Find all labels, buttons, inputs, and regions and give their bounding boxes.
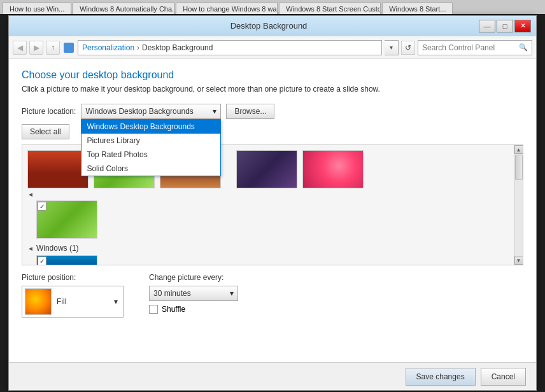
thumbnail-checkbox-green[interactable]: ✓ bbox=[38, 202, 46, 211]
shuffle-checkbox[interactable] bbox=[149, 305, 158, 314]
page-subtext: Click a picture to make it your desktop … bbox=[22, 85, 523, 94]
save-changes-button[interactable]: Save changes bbox=[406, 368, 476, 386]
change-picture-label: Change picture every: bbox=[149, 273, 238, 282]
category-name-2: Windows (1) bbox=[36, 244, 79, 253]
category-header-2: ◄ Windows (1) bbox=[27, 244, 510, 253]
change-picture-dropdown[interactable]: 30 minutes ▾ bbox=[149, 286, 238, 301]
close-button[interactable]: ✕ bbox=[514, 20, 531, 32]
address-bar: ◀ ▶ ↑ Personalization › Desktop Backgrou… bbox=[9, 36, 536, 59]
back-button[interactable]: ◀ bbox=[13, 41, 27, 55]
location-dropdown[interactable]: Windows Desktop Backgrounds ▾ bbox=[81, 104, 221, 119]
title-bar: Desktop Background — □ ✕ bbox=[9, 16, 536, 36]
thumbnail-checked-green[interactable]: ✓ bbox=[36, 200, 97, 239]
dropdown-item-top-rated[interactable]: Top Rated Photos bbox=[81, 148, 220, 162]
browse-button[interactable]: Browse... bbox=[226, 104, 274, 119]
select-all-button[interactable]: Select all bbox=[22, 124, 69, 139]
forward-button[interactable]: ▶ bbox=[29, 41, 43, 55]
breadcrumb-desktop-bg: Desktop Background bbox=[142, 43, 213, 52]
browser-tab-3[interactable]: How to change Windows 8 wall... bbox=[176, 3, 278, 14]
browser-tab-5[interactable]: Windows 8 Start... bbox=[382, 3, 453, 14]
location-selected-value: Windows Desktop Backgrounds bbox=[85, 107, 193, 116]
browser-tabs-bar: How to use Win... Windows 8 Automaticall… bbox=[0, 0, 545, 14]
change-picture-value: 30 minutes bbox=[153, 289, 191, 298]
position-dropdown[interactable]: Fill ▾ bbox=[54, 297, 120, 306]
location-dropdown-wrapper: Windows Desktop Backgrounds ▾ Windows De… bbox=[81, 104, 221, 119]
thumbnail-windows-blue[interactable]: ✓ bbox=[36, 255, 97, 265]
up-button[interactable]: ↑ bbox=[46, 41, 60, 55]
desktop-background-window: Desktop Background — □ ✕ ◀ ▶ ↑ Personali… bbox=[8, 15, 537, 391]
browser-tab-1[interactable]: How to use Win... bbox=[3, 3, 71, 14]
checked-thumbnail-row: ✓ bbox=[27, 200, 510, 239]
scrollbar-up-button[interactable]: ▲ bbox=[514, 145, 523, 154]
position-dropdown-arrow: ▾ bbox=[114, 297, 118, 306]
picture-position-section: Picture position: Fill ▾ bbox=[22, 273, 124, 318]
location-dropdown-menu: Windows Desktop Backgrounds Pictures Lib… bbox=[81, 119, 221, 176]
dropdown-item-solid-colors[interactable]: Solid Colors bbox=[81, 162, 220, 176]
window-title: Desktop Background bbox=[59, 21, 479, 31]
shuffle-label: Shuffle bbox=[162, 305, 185, 314]
refresh-button[interactable]: ↺ bbox=[401, 41, 415, 55]
scrollbar-track[interactable] bbox=[514, 154, 523, 256]
dropdown-item-windows-desktop[interactable]: Windows Desktop Backgrounds bbox=[81, 120, 220, 134]
thumbnail-checkbox-blue[interactable]: ✓ bbox=[38, 256, 46, 265]
breadcrumb-personalization: Personalization bbox=[82, 43, 134, 52]
thumbnail-img-4 bbox=[236, 150, 297, 188]
bottom-section: Picture position: Fill ▾ Change picture … bbox=[22, 273, 523, 318]
location-icon bbox=[64, 43, 74, 53]
picture-location-label: Picture location: bbox=[22, 107, 76, 116]
thumbnail-item-5[interactable] bbox=[302, 150, 364, 188]
thumbnail-scrollbar: ▲ ▼ bbox=[514, 145, 523, 265]
cancel-button[interactable]: Cancel bbox=[481, 368, 526, 386]
position-thumbnail bbox=[25, 288, 52, 315]
change-picture-section: Change picture every: 30 minutes ▾ Shuff… bbox=[149, 273, 238, 314]
windows-thumbnail-row: ✓ bbox=[27, 255, 510, 265]
maximize-button[interactable]: □ bbox=[497, 20, 513, 32]
scrollbar-down-button[interactable]: ▼ bbox=[514, 256, 523, 265]
address-field[interactable]: Personalization › Desktop Background bbox=[78, 40, 382, 55]
dropdown-item-pictures-library[interactable]: Pictures Library bbox=[81, 134, 220, 148]
location-dropdown-arrow: ▾ bbox=[213, 107, 216, 116]
category-arrow-2: ◄ bbox=[27, 245, 34, 252]
scrollbar-thumb[interactable] bbox=[515, 155, 523, 180]
page-heading: Choose your desktop background bbox=[22, 69, 523, 81]
title-bar-controls: — □ ✕ bbox=[479, 20, 531, 32]
content-area: Choose your desktop background Click a p… bbox=[9, 59, 536, 362]
browser-tab-4[interactable]: Windows 8 Start Screen Custo... bbox=[279, 3, 381, 14]
picture-location-row: Picture location: Windows Desktop Backgr… bbox=[22, 104, 523, 119]
browser-tab-2[interactable]: Windows 8 Automatically Cha... bbox=[73, 3, 174, 14]
thumbnail-item-1[interactable] bbox=[27, 150, 88, 188]
position-selector[interactable]: Fill ▾ bbox=[22, 286, 124, 318]
position-value: Fill bbox=[57, 297, 66, 306]
category-header-1: ◄ bbox=[27, 191, 510, 198]
thumbnail-item-4[interactable] bbox=[236, 150, 297, 188]
breadcrumb-separator: › bbox=[137, 43, 139, 52]
search-icon[interactable]: 🔍 bbox=[519, 43, 528, 52]
category-arrow-1: ◄ bbox=[27, 191, 34, 198]
address-dropdown-button[interactable]: ▾ bbox=[385, 40, 399, 55]
search-box: 🔍 bbox=[418, 40, 532, 55]
footer: Save changes Cancel bbox=[9, 362, 536, 390]
thumbnail-img-5 bbox=[302, 150, 364, 188]
minimize-button[interactable]: — bbox=[479, 20, 495, 32]
search-input[interactable] bbox=[422, 43, 516, 52]
picture-position-label: Picture position: bbox=[22, 273, 124, 282]
thumbnail-img-1 bbox=[27, 150, 88, 188]
change-picture-arrow: ▾ bbox=[230, 289, 234, 298]
shuffle-row: Shuffle bbox=[149, 305, 238, 314]
